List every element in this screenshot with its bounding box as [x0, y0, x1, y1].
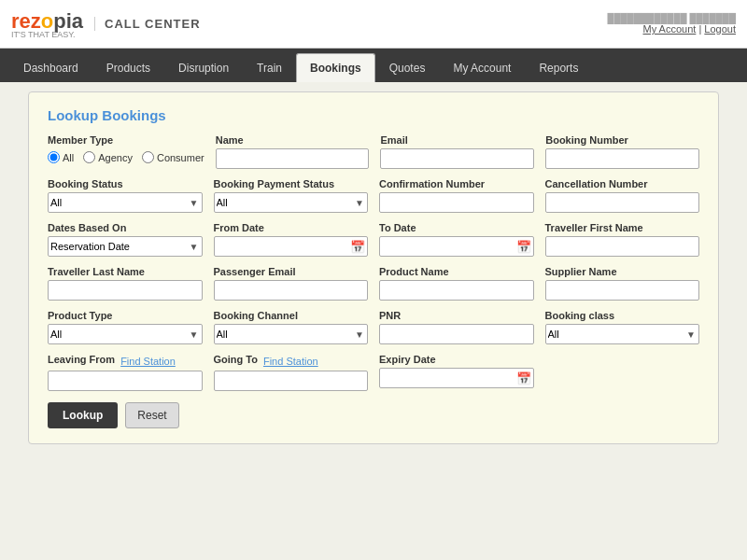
cancellation-number-label: Cancellation Number — [545, 178, 700, 189]
passenger-email-group: Passenger Email — [214, 266, 369, 301]
member-type-group: Member Type All Agency Consumer — [48, 134, 204, 169]
booking-channel-group: Booking Channel All Web Call Center Agen… — [214, 310, 369, 344]
cancellation-number-input[interactable] — [545, 192, 700, 213]
traveller-last-name-label: Traveller Last Name — [48, 266, 203, 277]
booking-class-select-wrap: All Economy Business First ▼ — [545, 324, 700, 344]
nav-item-bookings[interactable]: Bookings — [296, 53, 375, 82]
from-date-input[interactable] — [214, 236, 369, 257]
booking-channel-label: Booking Channel — [214, 310, 369, 321]
traveller-first-name-label: Traveller First Name — [545, 222, 700, 233]
expiry-date-label: Expiry Date — [379, 354, 534, 365]
booking-channel-select[interactable]: All Web Call Center Agency — [214, 324, 369, 344]
product-name-group: Product Name — [379, 266, 534, 301]
booking-status-label: Booking Status — [48, 178, 203, 189]
booking-channel-select-wrap: All Web Call Center Agency ▼ — [214, 324, 369, 344]
confirmation-number-input[interactable] — [379, 192, 534, 213]
from-date-wrap: 📅 — [214, 236, 369, 257]
lookup-button[interactable]: Lookup — [48, 402, 118, 428]
booking-number-input[interactable] — [545, 148, 699, 169]
product-name-input[interactable] — [379, 280, 534, 301]
email-label: Email — [380, 134, 534, 146]
booking-class-group: Booking class All Economy Business First… — [545, 310, 700, 344]
nav-item-dashboard[interactable]: Dashboard — [9, 53, 92, 82]
booking-number-group: Booking Number — [545, 134, 699, 169]
payment-status-select-wrap: All Paid Unpaid Partial ▼ — [214, 192, 369, 213]
leaving-from-input[interactable] — [48, 371, 203, 391]
to-date-group: To Date 📅 — [379, 222, 534, 257]
reset-button[interactable]: Reset — [125, 402, 178, 428]
lookup-bookings-card: Lookup Bookings Member Type All Agency C… — [28, 91, 719, 444]
empty-group — [545, 354, 700, 391]
product-type-select[interactable]: All Flight Hotel Car Train — [48, 324, 203, 344]
booking-class-label: Booking class — [545, 310, 700, 321]
confirmation-number-group: Confirmation Number — [379, 178, 534, 213]
product-type-group: Product Type All Flight Hotel Car Train … — [48, 310, 203, 344]
find-station-2-link[interactable]: Find Station — [263, 356, 318, 367]
name-input[interactable] — [216, 148, 370, 169]
dates-based-on-select[interactable]: Reservation Date Travel Date Cancellatio… — [48, 236, 203, 257]
nav-item-reports[interactable]: Reports — [525, 53, 592, 82]
to-date-wrap: 📅 — [379, 236, 534, 257]
traveller-first-name-input[interactable] — [545, 236, 700, 257]
main-content: Lookup Bookings Member Type All Agency C… — [0, 82, 747, 560]
from-date-calendar-icon[interactable]: 📅 — [350, 240, 365, 254]
traveller-first-name-group: Traveller First Name — [545, 222, 700, 257]
name-group: Name — [216, 134, 370, 169]
my-account-link[interactable]: My Account — [643, 23, 697, 35]
to-date-input[interactable] — [379, 236, 534, 257]
nav-item-products[interactable]: Products — [92, 53, 164, 82]
product-type-label: Product Type — [48, 310, 203, 321]
product-type-select-wrap: All Flight Hotel Car Train ▼ — [48, 324, 203, 344]
dates-based-on-select-wrap: Reservation Date Travel Date Cancellatio… — [48, 236, 203, 257]
radio-consumer-label[interactable]: Consumer — [142, 151, 204, 163]
pnr-group: PNR — [379, 310, 534, 344]
to-date-calendar-icon[interactable]: 📅 — [516, 240, 531, 254]
confirmation-number-label: Confirmation Number — [379, 178, 534, 189]
form-title: Lookup Bookings — [48, 107, 699, 123]
dates-based-on-group: Dates Based On Reservation Date Travel D… — [48, 222, 203, 257]
member-type-radios: All Agency Consumer — [48, 151, 204, 166]
supplier-name-input[interactable] — [545, 280, 700, 301]
header-user-info: ████████████ ███████ — [608, 13, 736, 23]
find-station-1-link[interactable]: Find Station — [120, 356, 176, 367]
going-to-label: Going To — [214, 354, 258, 365]
radio-all[interactable] — [48, 151, 60, 163]
booking-class-select[interactable]: All Economy Business First — [545, 324, 700, 344]
radio-agency-label[interactable]: Agency — [83, 151, 133, 163]
radio-agency[interactable] — [83, 151, 95, 163]
form-row-3: Dates Based On Reservation Date Travel D… — [48, 222, 699, 257]
header: rezopia IT'S THAT EASY. CALL CENTER ████… — [0, 0, 747, 49]
nav-item-quotes[interactable]: Quotes — [375, 53, 440, 82]
logout-link[interactable]: Logout — [704, 23, 736, 35]
going-to-input[interactable] — [214, 371, 369, 391]
from-date-label: From Date — [214, 222, 369, 233]
pnr-input[interactable] — [379, 324, 534, 344]
radio-all-label[interactable]: All — [48, 151, 74, 163]
supplier-name-group: Supplier Name — [545, 266, 700, 301]
member-type-label: Member Type — [48, 134, 204, 146]
booking-number-label: Booking Number — [545, 134, 699, 146]
product-name-label: Product Name — [379, 266, 534, 277]
form-row-5: Product Type All Flight Hotel Car Train … — [48, 310, 699, 344]
logo: rezopia IT'S THAT EASY. — [11, 9, 83, 39]
booking-status-select[interactable]: All Confirmed Cancelled Pending — [48, 192, 203, 213]
nav-item-disruption[interactable]: Disruption — [164, 53, 243, 82]
traveller-last-name-input[interactable] — [48, 280, 203, 301]
cancellation-number-group: Cancellation Number — [545, 178, 700, 213]
logo-area: rezopia IT'S THAT EASY. CALL CENTER — [11, 9, 201, 39]
email-input[interactable] — [380, 148, 534, 169]
nav-item-myaccount[interactable]: My Account — [439, 53, 525, 82]
booking-status-group: Booking Status All Confirmed Cancelled P… — [48, 178, 203, 213]
logo-tagline: IT'S THAT EASY. — [11, 30, 83, 39]
to-date-label: To Date — [379, 222, 534, 233]
payment-status-label: Booking Payment Status — [214, 178, 369, 189]
expiry-date-calendar-icon[interactable]: 📅 — [516, 371, 531, 385]
payment-status-select[interactable]: All Paid Unpaid Partial — [214, 192, 369, 213]
radio-consumer[interactable] — [142, 151, 154, 163]
leaving-from-label: Leaving From — [48, 354, 115, 365]
traveller-last-name-group: Traveller Last Name — [48, 266, 203, 301]
passenger-email-input[interactable] — [214, 280, 369, 301]
leaving-from-group: Leaving From Find Station — [48, 354, 203, 391]
nav-item-train[interactable]: Train — [243, 53, 296, 82]
expiry-date-input[interactable] — [379, 368, 534, 388]
